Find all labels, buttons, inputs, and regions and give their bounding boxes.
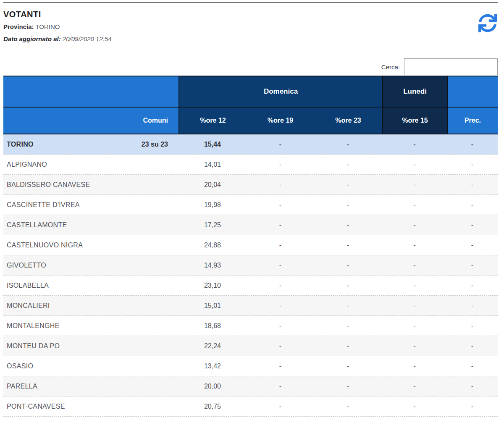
group-header-left-empty — [3, 76, 178, 107]
col-header-prec[interactable]: Prec. — [447, 108, 498, 134]
top-divider — [3, 2, 498, 3]
cell-comuni — [115, 235, 178, 255]
table-row[interactable]: GIVOLETTO14,93---- — [3, 255, 498, 276]
cell-ore12: 20,75 — [178, 396, 247, 416]
cell-name: CASTELNUOVO NIGRA — [3, 235, 115, 255]
cell-ore19: - — [247, 195, 314, 215]
search-label: Cerca: — [381, 63, 400, 71]
cell-prec: - — [447, 276, 498, 295]
cell-ore19: - — [247, 134, 314, 154]
cell-prec: - — [447, 255, 498, 275]
cell-prec: - — [447, 195, 498, 215]
table-header-row: Comuni %ore 12 %ore 19 %ore 23 %ore 15 P… — [3, 108, 498, 134]
cell-ore15: - — [382, 235, 447, 255]
cell-ore12: 14,93 — [178, 255, 247, 275]
cell-ore19: - — [247, 336, 314, 356]
cell-prec: - — [447, 175, 498, 194]
cell-comuni — [115, 195, 178, 215]
province-label: Provincia: — [3, 23, 34, 30]
table-row[interactable]: ALPIGNANO14,01---- — [3, 155, 498, 175]
cell-ore15: - — [382, 215, 447, 235]
cell-ore19: - — [247, 396, 314, 416]
table-row[interactable]: ISOLABELLA23,10---- — [3, 276, 498, 296]
cell-comuni — [115, 276, 178, 295]
table-row[interactable]: PARELLA20,00---- — [3, 376, 498, 396]
table-row[interactable]: MONTEU DA PO22,24---- — [3, 336, 498, 356]
cell-ore12: 22,24 — [178, 336, 247, 356]
search-row: Cerca: — [3, 58, 498, 75]
refresh-button[interactable] — [478, 14, 497, 33]
group-header-lunedi: Lunedì — [382, 76, 447, 107]
updated-label: Dato aggiornato al: — [3, 35, 61, 42]
col-header-ore15[interactable]: %ore 15 — [382, 108, 447, 134]
col-header-empty — [3, 108, 115, 134]
cell-ore19: - — [247, 276, 314, 295]
cell-comuni — [115, 296, 178, 315]
col-header-comuni[interactable]: Comuni — [115, 108, 178, 134]
cell-ore12: 24,88 — [178, 235, 247, 255]
cell-name: MONTEU DA PO — [3, 336, 115, 356]
table-row[interactable]: OSASIO13,42---- — [3, 356, 498, 376]
cell-prec: - — [447, 134, 498, 154]
cell-ore12: 17,25 — [178, 215, 247, 235]
cell-ore19: - — [247, 215, 314, 235]
cell-comuni — [115, 376, 178, 396]
cell-ore15: - — [382, 396, 447, 416]
cell-comuni — [115, 316, 178, 336]
cell-name: ALPIGNANO — [3, 155, 115, 174]
cell-ore23: - — [314, 316, 382, 336]
cell-prec: - — [447, 235, 498, 255]
group-header-right-empty — [447, 76, 498, 107]
cell-prec: - — [447, 316, 498, 336]
cell-ore12: 13,42 — [178, 356, 247, 376]
cell-ore23: - — [314, 376, 382, 396]
cell-ore15: - — [382, 376, 447, 396]
cell-ore15: - — [382, 336, 447, 356]
search-input[interactable] — [404, 58, 498, 75]
cell-name: PARELLA — [3, 376, 115, 396]
cell-comuni — [115, 175, 178, 194]
cell-name: OSASIO — [3, 356, 115, 376]
col-header-ore19[interactable]: %ore 19 — [247, 108, 314, 134]
cell-name: GIVOLETTO — [3, 255, 115, 275]
table-row[interactable]: CASTELNUOVO NIGRA24,88---- — [3, 235, 498, 255]
votanti-table: Domenica Lunedì Comuni %ore 12 %ore 19 %… — [3, 76, 498, 417]
cell-ore19: - — [247, 175, 314, 194]
table-row-total[interactable]: TORINO23 su 2315,44---- — [3, 134, 498, 155]
cell-prec: - — [447, 155, 498, 174]
cell-comuni — [115, 255, 178, 275]
cell-name: TORINO — [3, 134, 115, 154]
cell-ore23: - — [314, 396, 382, 416]
table-row[interactable]: CASTELLAMONTE17,25---- — [3, 215, 498, 235]
cell-name: ISOLABELLA — [3, 276, 115, 295]
cell-ore19: - — [247, 255, 314, 275]
cell-ore23: - — [314, 195, 382, 215]
col-header-ore12[interactable]: %ore 12 — [178, 108, 247, 134]
table-row[interactable]: MONTALENGHE18,68---- — [3, 316, 498, 336]
cell-name: MONTALENGHE — [3, 316, 115, 336]
cell-name: CASTELLAMONTE — [3, 215, 115, 235]
table-row[interactable]: BALDISSERO CANAVESE20,04---- — [3, 175, 498, 195]
sync-icon — [478, 27, 497, 34]
table-row[interactable]: PONT-CANAVESE20,75---- — [3, 396, 498, 417]
cell-ore12: 19,98 — [178, 195, 247, 215]
cell-ore19: - — [247, 376, 314, 396]
cell-ore19: - — [247, 155, 314, 174]
cell-prec: - — [447, 336, 498, 356]
cell-ore12: 20,04 — [178, 175, 247, 194]
table-row[interactable]: MONCALIERI15,01---- — [3, 296, 498, 316]
cell-ore23: - — [314, 255, 382, 275]
cell-prec: - — [447, 376, 498, 396]
cell-ore15: - — [382, 296, 447, 315]
page-title: VOTANTI — [3, 10, 498, 19]
updated-line: Dato aggiornato al: 20/09/2020 12:54 — [3, 35, 498, 43]
col-header-ore23[interactable]: %ore 23 — [314, 108, 382, 134]
table-row[interactable]: CASCINETTE D'IVREA19,98---- — [3, 195, 498, 215]
cell-ore23: - — [314, 356, 382, 376]
table-group-header-row: Domenica Lunedì — [3, 76, 498, 108]
cell-comuni — [115, 215, 178, 235]
cell-ore23: - — [314, 155, 382, 174]
votanti-page: VOTANTI Provincia: TORINO Dato aggiornat… — [0, 2, 504, 417]
cell-ore19: - — [247, 356, 314, 376]
cell-ore12: 15,01 — [178, 296, 247, 315]
